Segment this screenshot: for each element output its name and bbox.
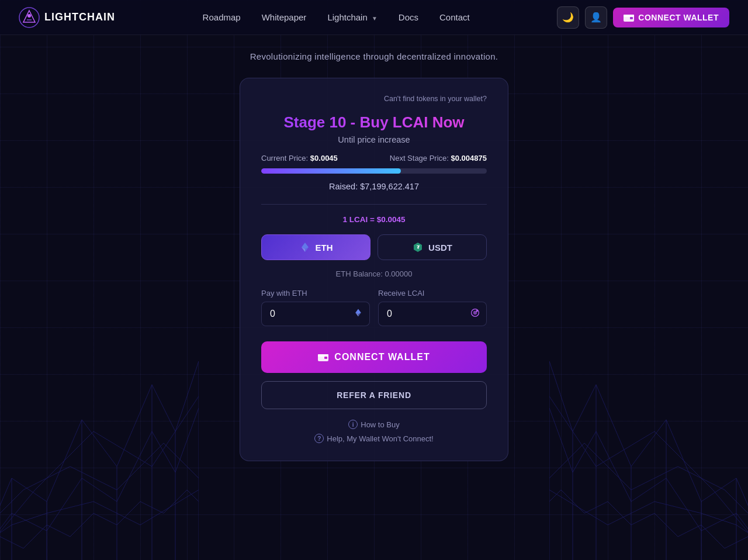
receive-input-wrapper: [378, 302, 487, 326]
question-circle-icon: ?: [314, 434, 324, 443]
nav-whitepaper[interactable]: Whitepaper: [262, 12, 307, 22]
conversion-rate: 1 LCAI = $0.0045: [261, 215, 487, 224]
cant-find-tokens-link[interactable]: Can't find tokens in your wallet?: [261, 95, 487, 103]
wallet-icon: [624, 13, 634, 22]
eth-icon: [299, 241, 311, 253]
main-card-container: Can't find tokens in your wallet? Stage …: [0, 61, 748, 485]
card-title: Stage 10 - Buy LCAI Now: [261, 113, 487, 132]
nav-links: Roadmap Whitepaper Lightchain ▼ Docs Con…: [203, 12, 470, 23]
until-price-increase: Until price increase: [261, 135, 487, 144]
eth-tab[interactable]: ETH: [261, 234, 370, 260]
user-profile-button[interactable]: 👤: [585, 6, 607, 29]
receive-label: Receive LCAI: [378, 289, 487, 298]
current-price-label: Current Price:: [261, 154, 308, 163]
logo-text: LIGHTCHAIN: [44, 11, 115, 23]
svg-rect-31: [318, 354, 328, 357]
svg-rect-17: [624, 15, 634, 17]
connect-wallet-main-button[interactable]: CONNECT WALLET: [261, 341, 487, 373]
nav-lightchain[interactable]: Lightchain ▼: [327, 12, 377, 22]
usdt-tab[interactable]: ₮ USDT: [378, 234, 487, 260]
eth-tab-label: ETH: [316, 243, 333, 253]
usdt-tab-label: USDT: [428, 243, 452, 253]
wallet-wont-connect-link[interactable]: ? Help, My Wallet Won't Connect!: [314, 434, 433, 443]
user-icon: 👤: [590, 12, 602, 23]
pay-input-wrapper: [261, 302, 370, 326]
nav-contact[interactable]: Contact: [439, 12, 470, 22]
pay-label: Pay with ETH: [261, 289, 370, 298]
current-price-section: Current Price: $0.0045: [261, 154, 338, 163]
next-stage-value: $0.004875: [451, 154, 487, 163]
navbar: LIGHTCHAIN Roadmap Whitepaper Lightchain…: [0, 0, 748, 35]
svg-rect-18: [630, 17, 633, 19]
progress-bar-track: [261, 168, 487, 174]
hero-tagline: Revolutionizing intelligence through dec…: [0, 35, 748, 61]
wallet-icon-main: [318, 353, 328, 361]
svg-rect-32: [324, 357, 327, 359]
nav-docs[interactable]: Docs: [399, 12, 418, 22]
pay-input-group: Pay with ETH: [261, 289, 370, 326]
connect-wallet-main-label: CONNECT WALLET: [334, 352, 430, 362]
progress-bar-fill: [261, 168, 401, 174]
divider: [261, 204, 487, 205]
conversion-value: $0.0045: [377, 215, 406, 224]
nav-roadmap[interactable]: Roadmap: [203, 12, 241, 22]
next-stage-label: Next Stage Price:: [390, 154, 449, 163]
usdt-icon: ₮: [412, 241, 424, 253]
logo[interactable]: LIGHTCHAIN: [19, 7, 115, 28]
currency-tabs: ETH ₮ USDT: [261, 234, 487, 260]
logo-icon: [19, 7, 40, 28]
nav-right: 🌙 👤 CONNECT WALLET: [557, 6, 729, 29]
card-footer-links: i How to Buy ? Help, My Wallet Won't Con…: [261, 420, 487, 443]
how-to-buy-link[interactable]: i How to Buy: [348, 420, 399, 429]
current-price-value: $0.0045: [310, 154, 338, 163]
connect-wallet-nav-button[interactable]: CONNECT WALLET: [613, 8, 729, 27]
connect-wallet-nav-label: CONNECT WALLET: [638, 13, 719, 22]
buy-token-card: Can't find tokens in your wallet? Stage …: [240, 78, 508, 461]
theme-toggle-button[interactable]: 🌙: [557, 6, 579, 29]
svg-point-15: [27, 14, 31, 18]
input-row: Pay with ETH Receive LCAI: [261, 289, 487, 326]
receive-input-group: Receive LCAI: [378, 289, 487, 326]
price-row: Current Price: $0.0045 Next Stage Price:…: [261, 154, 487, 163]
next-stage-price-section: Next Stage Price: $0.004875: [390, 154, 487, 163]
raised-amount: Raised: $7,199,622.417: [261, 182, 487, 191]
pay-eth-input[interactable]: [261, 302, 370, 326]
info-circle-icon: i: [348, 420, 358, 429]
refer-friend-button[interactable]: REFER A FRIEND: [261, 381, 487, 409]
receive-lcai-input[interactable]: [378, 302, 487, 326]
moon-icon: 🌙: [562, 12, 574, 23]
chevron-down-icon: ▼: [372, 15, 378, 22]
eth-balance: ETH Balance: 0.00000: [261, 269, 487, 278]
